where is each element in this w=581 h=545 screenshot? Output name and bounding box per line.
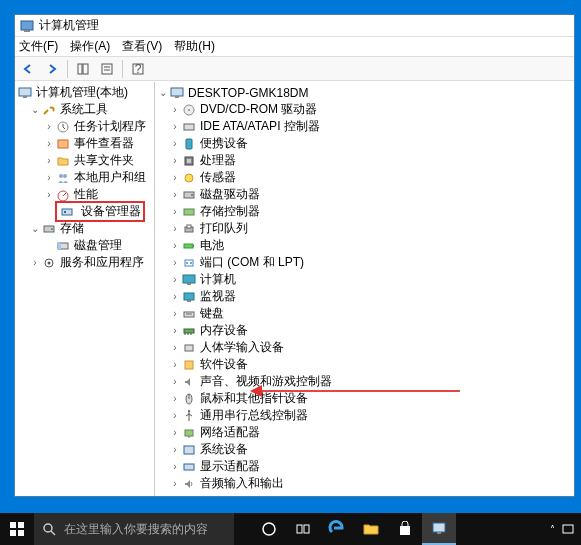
menu-action[interactable]: 操作(A) <box>70 38 110 55</box>
expand-icon[interactable]: › <box>169 121 181 132</box>
expand-icon[interactable]: › <box>43 138 55 149</box>
collapse-icon[interactable]: ⌄ <box>157 87 169 98</box>
device-category[interactable]: ›磁盘驱动器 <box>155 186 574 203</box>
expand-icon[interactable]: › <box>169 206 181 217</box>
tree-device-manager[interactable]: 设备管理器 <box>15 203 154 220</box>
expand-icon[interactable]: › <box>43 189 55 200</box>
expand-icon[interactable]: › <box>169 172 181 183</box>
device-category[interactable]: ›声音、视频和游戏控制器 <box>155 373 574 390</box>
device-category[interactable]: ›网络适配器 <box>155 424 574 441</box>
device-category[interactable]: ›便携设备 <box>155 135 574 152</box>
properties-button[interactable] <box>96 59 118 79</box>
tree-label: 存储 <box>60 220 84 237</box>
tree-label: 设备管理器 <box>81 204 141 218</box>
expand-icon[interactable]: › <box>169 461 181 472</box>
search-input[interactable] <box>64 522 226 536</box>
expand-icon[interactable]: › <box>169 104 181 115</box>
device-category[interactable]: ›IDE ATA/ATAPI 控制器 <box>155 118 574 135</box>
tree-root[interactable]: 计算机管理(本地) <box>15 84 154 101</box>
tray-chevron-icon[interactable]: ˄ <box>550 524 555 535</box>
device-tree-pane[interactable]: ⌄ DESKTOP-GMK18DM ›DVD/CD-ROM 驱动器 ›IDE A… <box>155 82 574 496</box>
expand-icon[interactable]: › <box>169 444 181 455</box>
expand-icon[interactable]: › <box>43 121 55 132</box>
expand-icon[interactable]: › <box>169 223 181 234</box>
expand-icon[interactable]: › <box>169 427 181 438</box>
device-label: DVD/CD-ROM 驱动器 <box>200 101 317 118</box>
taskview-button[interactable] <box>286 513 320 545</box>
device-category[interactable]: ›人体学输入设备 <box>155 339 574 356</box>
expand-icon[interactable]: › <box>169 478 181 489</box>
tree-storage[interactable]: ⌄ 存储 <box>15 220 154 237</box>
device-category[interactable]: ›系统设备 <box>155 441 574 458</box>
back-button[interactable] <box>17 59 39 79</box>
expand-icon[interactable]: › <box>43 155 55 166</box>
device-category[interactable]: ›软件设备 <box>155 356 574 373</box>
device-category[interactable]: ›音频输入和输出 <box>155 475 574 492</box>
mmc-button[interactable] <box>422 513 456 545</box>
menu-file[interactable]: 文件(F) <box>19 38 58 55</box>
start-button[interactable] <box>0 513 34 545</box>
tree-system-tools[interactable]: ⌄ 系统工具 <box>15 101 154 118</box>
device-category[interactable]: ›鼠标和其他指针设备 <box>155 390 574 407</box>
device-root[interactable]: ⌄ DESKTOP-GMK18DM <box>155 84 574 101</box>
expand-icon[interactable]: › <box>169 359 181 370</box>
expand-icon[interactable]: › <box>169 308 181 319</box>
taskbar-search[interactable] <box>34 513 234 545</box>
explorer-button[interactable] <box>354 513 388 545</box>
expand-icon[interactable]: › <box>169 257 181 268</box>
tree-event-viewer[interactable]: › 事件查看器 <box>15 135 154 152</box>
tree-task-scheduler[interactable]: › 任务计划程序 <box>15 118 154 135</box>
device-category[interactable]: ›计算机 <box>155 271 574 288</box>
system-tray[interactable]: ˄ <box>550 522 581 536</box>
expand-icon[interactable]: › <box>169 274 181 285</box>
svg-rect-21 <box>58 243 61 249</box>
expand-icon[interactable]: › <box>169 393 181 404</box>
device-category[interactable]: ›存储控制器 <box>155 203 574 220</box>
device-category[interactable]: ›通用串行总线控制器 <box>155 407 574 424</box>
device-category[interactable]: ›DVD/CD-ROM 驱动器 <box>155 101 574 118</box>
expand-icon[interactable]: › <box>169 376 181 387</box>
expand-icon[interactable]: › <box>29 257 41 268</box>
device-category[interactable]: ›电池 <box>155 237 574 254</box>
collapse-icon[interactable]: ⌄ <box>29 223 41 234</box>
store-button[interactable] <box>388 513 422 545</box>
svg-rect-43 <box>183 275 195 283</box>
expand-icon[interactable]: › <box>169 291 181 302</box>
device-category[interactable]: ›处理器 <box>155 152 574 169</box>
expand-icon[interactable]: › <box>169 325 181 336</box>
cortana-button[interactable] <box>252 513 286 545</box>
device-category[interactable]: ›内存设备 <box>155 322 574 339</box>
expand-icon[interactable]: › <box>169 138 181 149</box>
expand-icon[interactable]: › <box>169 410 181 421</box>
expand-icon[interactable]: › <box>169 155 181 166</box>
menu-view[interactable]: 查看(V) <box>122 38 162 55</box>
tree-local-users[interactable]: › 本地用户和组 <box>15 169 154 186</box>
tree-disk-management[interactable]: 磁盘管理 <box>15 237 154 254</box>
expand-icon[interactable]: › <box>43 172 55 183</box>
device-category[interactable]: ›传感器 <box>155 169 574 186</box>
left-tree-pane[interactable]: 计算机管理(本地) ⌄ 系统工具 › 任务计划程序 › 事件查看器 <box>15 82 155 496</box>
svg-rect-54 <box>185 361 193 369</box>
edge-button[interactable] <box>320 513 354 545</box>
expand-icon[interactable]: › <box>169 240 181 251</box>
device-category[interactable]: ›打印队列 <box>155 220 574 237</box>
tree-shared-folders[interactable]: › 共享文件夹 <box>15 152 154 169</box>
forward-button[interactable] <box>41 59 63 79</box>
expand-icon[interactable]: › <box>169 189 181 200</box>
device-category[interactable]: ›监视器 <box>155 288 574 305</box>
device-category[interactable]: ›端口 (COM 和 LPT) <box>155 254 574 271</box>
tree-label: 任务计划程序 <box>74 118 146 135</box>
collapse-icon[interactable]: ⌄ <box>29 104 41 115</box>
menu-help[interactable]: 帮助(H) <box>174 38 215 55</box>
expand-icon[interactable]: › <box>169 342 181 353</box>
help-button[interactable]: ? <box>127 59 149 79</box>
device-category[interactable]: ›显示适配器 <box>155 458 574 475</box>
titlebar[interactable]: 计算机管理 <box>15 15 574 37</box>
show-hide-tree-button[interactable] <box>72 59 94 79</box>
notification-icon[interactable] <box>561 522 575 536</box>
tree-services-apps[interactable]: › 服务和应用程序 <box>15 254 154 271</box>
device-label: DESKTOP-GMK18DM <box>188 86 308 100</box>
device-category[interactable]: ›键盘 <box>155 305 574 322</box>
svg-rect-38 <box>184 244 193 248</box>
taskbar[interactable]: ˄ <box>0 513 581 545</box>
